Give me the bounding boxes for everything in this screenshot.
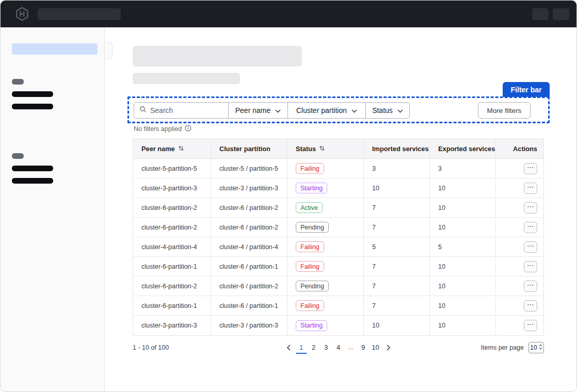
status-cell: Pending bbox=[287, 218, 364, 237]
chevron-down-icon bbox=[351, 106, 357, 115]
imported-services-cell: 10 bbox=[364, 178, 430, 198]
row-actions-button[interactable]: ⋯ bbox=[524, 202, 537, 214]
imported-services-cell: 7 bbox=[364, 276, 430, 296]
exported-services-cell: 10 bbox=[430, 316, 496, 335]
pagination-page-3[interactable]: 3 bbox=[320, 341, 331, 354]
filter-status-text: No filters applied bbox=[134, 125, 182, 133]
column-header-exported-services: Exported services bbox=[430, 139, 496, 159]
actions-cell: ⋯ bbox=[496, 159, 543, 178]
exported-services-cell: 10 bbox=[430, 276, 496, 296]
status-badge: Failing bbox=[296, 261, 324, 272]
info-icon[interactable] bbox=[185, 125, 191, 133]
column-header-label: Status bbox=[296, 145, 316, 153]
row-actions-button[interactable]: ⋯ bbox=[524, 241, 537, 253]
pagination-prev-button[interactable] bbox=[283, 341, 294, 354]
actions-cell: ⋯ bbox=[496, 237, 543, 257]
hashicorp-logo-icon[interactable] bbox=[14, 6, 30, 24]
row-actions-button[interactable]: ⋯ bbox=[524, 281, 537, 292]
cluster-partition-cell: cluster-3 / partition-3 bbox=[211, 178, 287, 198]
actions-cell: ⋯ bbox=[496, 296, 543, 316]
imported-services-cell: 7 bbox=[364, 296, 430, 316]
row-actions-button[interactable]: ⋯ bbox=[524, 320, 537, 331]
column-header-imported-services: Imported services bbox=[364, 139, 430, 159]
items-per-page: Items per page 10 bbox=[481, 342, 544, 353]
imported-services-cell: 5 bbox=[364, 237, 430, 257]
sidebar-item-skeleton bbox=[12, 104, 53, 109]
table-row: cluster-3-partition-3 cluster-3 / partit… bbox=[133, 316, 543, 335]
peer-name-dropdown[interactable]: Peer name bbox=[229, 102, 288, 119]
ellipsis-icon: ⋯ bbox=[527, 262, 534, 269]
cluster-partition-cell: cluster-3 / partition-3 bbox=[211, 316, 287, 335]
chevrons-up-down-icon bbox=[539, 344, 542, 351]
pagination-page-10[interactable]: 10 bbox=[370, 341, 381, 354]
top-nav bbox=[1, 1, 576, 27]
annotation-label: Filter bar bbox=[503, 82, 550, 97]
status-badge: Failing bbox=[296, 241, 324, 252]
row-actions-button[interactable]: ⋯ bbox=[524, 222, 537, 233]
pagination-page-1[interactable]: 1 bbox=[296, 341, 307, 354]
peers-table: Peer name Cluster partition Status Impor… bbox=[133, 139, 544, 336]
pagination-range: 1 - 10 of 100 bbox=[133, 344, 169, 351]
status-badge: Failing bbox=[296, 163, 324, 174]
table-header-row: Peer name Cluster partition Status Impor… bbox=[133, 139, 543, 159]
exported-services-cell: 5 bbox=[430, 237, 496, 257]
sidebar-collapse-handle[interactable] bbox=[105, 42, 113, 59]
table-row: cluster-6-partition-2 cluster-6 / partit… bbox=[133, 198, 543, 218]
more-filters-button[interactable]: More filters bbox=[478, 102, 531, 119]
nav-search-placeholder[interactable] bbox=[38, 8, 121, 20]
status-dropdown[interactable]: Status bbox=[366, 102, 410, 119]
search-field[interactable] bbox=[134, 102, 229, 119]
nav-profile-button-placeholder[interactable] bbox=[553, 8, 569, 20]
cluster-partition-dropdown-label: Cluster partition bbox=[296, 106, 347, 115]
peer-name-dropdown-label: Peer name bbox=[235, 106, 270, 115]
row-actions-button[interactable]: ⋯ bbox=[524, 163, 537, 174]
peer-name-cell: cluster-6-partition-1 bbox=[133, 257, 211, 276]
cluster-partition-cell: cluster-6 / partition-2 bbox=[211, 276, 287, 296]
column-header-label: Actions bbox=[513, 145, 537, 153]
cluster-partition-dropdown[interactable]: Cluster partition bbox=[288, 102, 366, 119]
nav-action-button-placeholder[interactable] bbox=[532, 8, 549, 20]
sidebar bbox=[1, 27, 105, 391]
ellipsis-icon: ⋯ bbox=[527, 203, 534, 210]
column-header-status[interactable]: Status bbox=[287, 139, 364, 159]
imported-services-cell: 10 bbox=[364, 316, 430, 335]
status-cell: Failing bbox=[287, 159, 364, 178]
status-cell: Active bbox=[287, 198, 364, 218]
annotation-label-text: Filter bar bbox=[511, 86, 542, 94]
column-header-actions: Actions bbox=[496, 139, 543, 159]
ellipsis-icon: ⋯ bbox=[527, 320, 534, 328]
status-badge: Failing bbox=[296, 300, 324, 311]
pagination-ellipsis: ... bbox=[345, 341, 356, 354]
status-badge: Pending bbox=[296, 281, 329, 291]
peer-name-cell: cluster-6-partition-2 bbox=[133, 276, 211, 296]
status-badge: Starting bbox=[296, 183, 327, 193]
pagination-page-2[interactable]: 2 bbox=[308, 341, 319, 354]
row-actions-button[interactable]: ⋯ bbox=[524, 300, 537, 312]
ellipsis-icon: ⋯ bbox=[527, 164, 534, 171]
column-header-peer-name[interactable]: Peer name bbox=[133, 139, 211, 159]
exported-services-cell: 10 bbox=[430, 198, 496, 218]
row-actions-button[interactable]: ⋯ bbox=[524, 183, 537, 194]
pagination-page-4[interactable]: 4 bbox=[333, 341, 344, 354]
imported-services-cell: 7 bbox=[364, 257, 430, 276]
peer-name-cell: cluster-3-partition-3 bbox=[133, 178, 211, 198]
pagination-next-button[interactable] bbox=[382, 341, 394, 354]
ellipsis-icon: ⋯ bbox=[527, 281, 534, 288]
pagination-page-9[interactable]: 9 bbox=[358, 341, 368, 354]
items-per-page-select[interactable]: 10 bbox=[528, 342, 544, 353]
sidebar-item-skeleton bbox=[12, 91, 53, 97]
row-actions-button[interactable]: ⋯ bbox=[524, 261, 537, 272]
pagination-pages: 1234...910 bbox=[283, 341, 394, 354]
sort-arrows-icon bbox=[319, 145, 325, 153]
column-header-cluster-partition: Cluster partition bbox=[211, 139, 287, 159]
table-row: cluster-5-partition-5 cluster-5 / partit… bbox=[133, 159, 543, 178]
actions-cell: ⋯ bbox=[496, 276, 543, 296]
peer-name-cell: cluster-4-partition-4 bbox=[133, 237, 211, 257]
imported-services-cell: 7 bbox=[364, 198, 430, 218]
table-row: cluster-6-partition-1 cluster-6 / partit… bbox=[133, 296, 543, 316]
column-header-label: Peer name bbox=[141, 145, 175, 153]
search-input[interactable] bbox=[150, 106, 217, 115]
search-icon bbox=[139, 106, 147, 115]
exported-services-cell: 10 bbox=[430, 218, 496, 237]
page-subtitle-skeleton bbox=[133, 73, 240, 84]
